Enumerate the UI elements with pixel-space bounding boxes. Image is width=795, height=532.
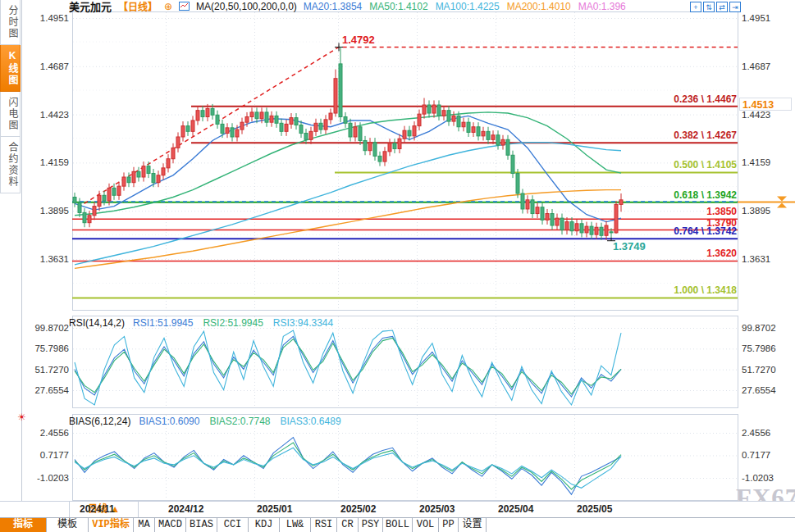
toolbar-item-bias[interactable]: BIAS [186, 518, 217, 532]
left-tab-bar: 分时图K线图闪电图合约资料 [0, 0, 22, 502]
indicator-value-label: RSI1:51.9945 [133, 317, 193, 329]
toolbar-item-pp[interactable]: PP [439, 518, 459, 532]
price-axis-label: 1.4423 [23, 110, 69, 120]
ma-value-label: MA20:1.3854 [304, 1, 362, 12]
toolbar-item-settings[interactable]: 设置 [459, 518, 487, 532]
rsi-axis-label: 75.7986 [23, 343, 69, 353]
toolbar-item-macd[interactable]: MACD [155, 518, 186, 532]
fib-level-label: 1.3850 [630, 207, 737, 217]
date-label: 2024/12 [168, 503, 203, 515]
toolbar-item-boll[interactable]: BOLL [383, 518, 413, 532]
fib-level-label: 0.382 \ 1.4267 [630, 130, 737, 141]
indicator-value-label: BIAS1:0.6090 [139, 416, 199, 427]
price-axis-label: 1.4687 [742, 61, 770, 71]
fib-level-label: 1.3620 [630, 248, 737, 259]
bias-axis-label: -1.0203 [742, 473, 774, 483]
rsi-title[interactable]: RSI(14,14,2) [69, 317, 125, 329]
chart-tool-icons: +⇅⇄⇥ [690, 2, 741, 12]
sidebar-tab-time-chart[interactable]: 分时图 [0, 0, 21, 45]
fib-level-label: 0.500 \ 1.4105 [630, 160, 737, 171]
date-label: 2025/04 [498, 503, 533, 515]
bias-header: BIAS(6,12,24) BIAS1:0.6090BIAS2:0.7748BI… [69, 416, 351, 427]
alert-sun-icon[interactable]: ☀ [17, 412, 26, 423]
price-axis-label: 1.4159 [742, 157, 770, 167]
toolbar-item-cr[interactable]: CR [337, 518, 359, 532]
axis-zoom-icon[interactable]: ⇅ [703, 2, 715, 12]
price-axis-label: 1.3631 [23, 254, 69, 264]
toolbar-item-vol[interactable]: VOL [413, 518, 439, 532]
indicator-value-label: BIAS2:0.7748 [209, 416, 270, 427]
toolbar-item-psy[interactable]: PSY [359, 518, 383, 532]
bias-axis-label: 0.7177 [742, 450, 770, 460]
rsi-axis-label: 27.6554 [742, 385, 776, 395]
add-indicator-icon[interactable]: ⊕ [164, 1, 172, 12]
bias-axis-label: -1.0203 [23, 473, 69, 483]
price-axis-label: 1.3895 [742, 206, 770, 216]
trading-app-window: 分时图K线图闪电图合约资料 美元加元 【日线】 ⊕ MA(20,50,100,2… [0, 0, 795, 532]
toolbar-item-rsi[interactable]: RSI [311, 518, 337, 532]
bottom-toolbar: 指标模板VIP指标MAMACDBIASCCIKDJLW&RSICRPSYBOLL… [0, 517, 795, 532]
date-axis-row: 日线 ▲ 2024/112024/122025/012025/022025/03… [0, 501, 795, 519]
chart-canvas[interactable] [0, 0, 795, 532]
bias-lines [75, 438, 621, 495]
trend-line [78, 43, 738, 207]
sidebar-tab-flash-chart[interactable]: 闪电图 [0, 92, 21, 137]
toolbar-item-vip-indicators[interactable]: VIP指标 [89, 518, 134, 532]
ma-lines [75, 112, 621, 269]
date-label: 2025/02 [340, 503, 376, 515]
bias-axis-label: 2.4556 [742, 428, 770, 438]
ma-params-label[interactable]: MA(20,50,100,200,0,0) [196, 1, 297, 12]
rsi-axis-label: 99.8702 [23, 323, 69, 333]
shift-right-icon[interactable]: ⇥ [729, 2, 741, 12]
indicator-value-label: RSI3:94.3344 [273, 317, 333, 329]
toolbar-item-kdj[interactable]: KDJ [249, 518, 280, 532]
rsi-axis-label: 51.7270 [742, 365, 776, 375]
bias-axis-label: 2.4556 [23, 428, 69, 438]
rsi-axis-label: 27.6554 [23, 385, 69, 395]
ma-values: MA20:1.3854MA50:1.4102MA100:1.4225MA200:… [304, 1, 633, 12]
fib-level-label: 0.764 \ 1.3742 [630, 226, 737, 237]
rsi-axis-label: 51.7270 [23, 365, 69, 375]
toolbar-item-lw[interactable]: LW& [280, 518, 311, 532]
sidebar-tab-contract-info[interactable]: 合约资料 [0, 137, 21, 193]
date-label: 2025/01 [257, 503, 292, 515]
kline-chart-icon [179, 2, 190, 11]
price-axis-label: 1.4687 [23, 61, 69, 71]
sidebar-tab-kline-chart[interactable]: K线图 [0, 45, 21, 92]
rsi-axis-label: 99.8702 [742, 323, 776, 333]
price-axis-label: 1.3895 [23, 206, 69, 216]
toolbar-item-ma[interactable]: MA [134, 518, 155, 532]
price-axis-label: 1.4159 [23, 157, 69, 167]
indicator-value-label: BIAS3:0.6489 [281, 416, 341, 427]
date-label: 2025/05 [577, 503, 612, 515]
pan-icon[interactable]: + [690, 2, 701, 12]
trend-high-label: 1.4792 [342, 34, 375, 46]
toolbar-item-cci[interactable]: CCI [217, 518, 249, 532]
bias-title[interactable]: BIAS(6,12,24) [69, 416, 130, 427]
rsi-lines [75, 330, 621, 405]
symbol-title: 美元加元 [69, 0, 112, 14]
price-axis-label: 1.4951 [23, 13, 69, 23]
rsi-header: RSI(14,14,2) RSI1:51.9945RSI2:51.9945RSI… [69, 317, 343, 329]
highlight-price-label: 1.4513 [739, 98, 792, 111]
toolbar-item-indicators[interactable]: 指标 [0, 518, 47, 532]
fib-level-label: 1.000 \ 1.3418 [630, 285, 737, 296]
ma-value-label: MA200:1.4010 [507, 1, 571, 12]
axis-pan-icon[interactable]: ⇄ [716, 2, 728, 12]
date-label: 2025/03 [419, 503, 455, 515]
indicator-value-label: RSI2:51.9945 [203, 317, 263, 329]
rsi-axis-label: 75.7986 [742, 343, 776, 353]
toolbar-item-templates[interactable]: 模板 [47, 518, 89, 532]
fib-level-label: 0.618 \ 1.3942 [630, 190, 737, 201]
ma-value-label: MA50:1.4102 [369, 1, 427, 12]
bias-axis-label: 0.7177 [23, 450, 69, 460]
fib-level-label: 0.236 \ 1.4467 [630, 94, 737, 105]
chart-header: 美元加元 【日线】 ⊕ MA(20,50,100,200,0,0) MA20:1… [69, 0, 633, 12]
price-axis-label: 1.4951 [742, 13, 770, 23]
bias-values: BIAS1:0.6090BIAS2:0.7748BIAS3:0.6489 [139, 416, 350, 427]
rsi-values: RSI1:51.9945RSI2:51.9945RSI3:94.3344 [133, 317, 343, 329]
period-tag: 【日线】 [118, 0, 158, 13]
date-label: 2024/11 [80, 503, 115, 515]
ma-value-label: MA0:1.396 [578, 1, 626, 12]
ma-value-label: MA100:1.4225 [436, 1, 500, 12]
